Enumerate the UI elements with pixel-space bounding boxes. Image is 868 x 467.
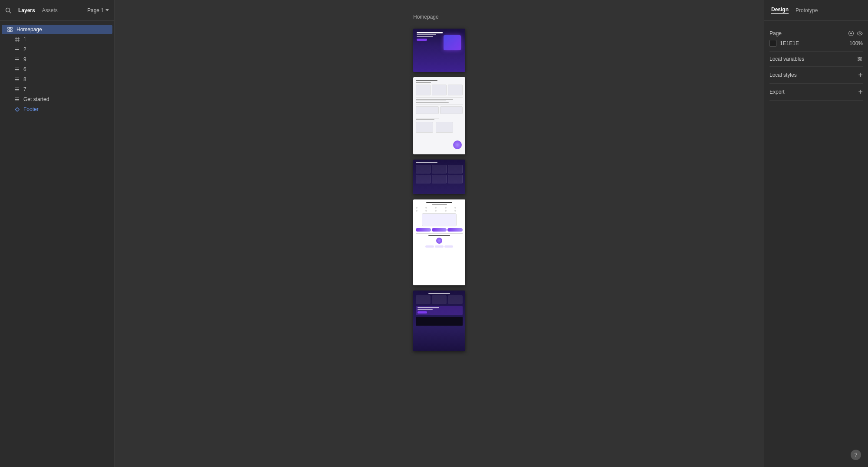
- hero-cta-btn: [417, 39, 427, 41]
- code-section-title: [426, 202, 452, 203]
- canvas-frame-3[interactable]: [413, 160, 465, 194]
- hero-title-line: [417, 32, 443, 33]
- color-row: 1E1E1E 100%: [769, 40, 863, 47]
- color-swatch[interactable]: [769, 40, 776, 47]
- local-styles-row: Local styles +: [769, 67, 863, 84]
- testimonial-cards: [416, 295, 463, 304]
- divider-3: [416, 116, 463, 116]
- layer-item-1[interactable]: 1: [2, 35, 112, 44]
- text-line-1: [416, 99, 453, 100]
- mini-card-5: [440, 106, 463, 114]
- testimonial-card-1: [416, 295, 431, 304]
- layer-item-get-started[interactable]: Get started: [2, 95, 112, 104]
- text-line-4: [416, 118, 439, 119]
- frame-icon: [14, 36, 20, 42]
- bottom-card-2: [436, 122, 453, 133]
- page-section: Page: [769, 26, 863, 52]
- search-icon[interactable]: [5, 7, 11, 13]
- tab-design[interactable]: Design: [771, 7, 789, 14]
- layer-label-7: 7: [23, 86, 26, 92]
- dot-grid: [416, 207, 463, 212]
- canvas-frame-1[interactable]: [413, 29, 465, 72]
- section-icon-9: [14, 56, 20, 62]
- dot-4: [445, 207, 447, 209]
- divider-1: [416, 97, 463, 98]
- data-cell-4: [416, 175, 431, 183]
- export-add-icon[interactable]: +: [858, 88, 863, 96]
- svg-point-17: [860, 59, 861, 60]
- text-line-2: [416, 101, 446, 101]
- bottom-pill-2: [435, 245, 444, 248]
- canvas-frame-5[interactable]: [413, 291, 465, 351]
- svg-point-11: [850, 33, 852, 34]
- page-settings-icon[interactable]: [848, 30, 854, 36]
- layer-item-6[interactable]: 6: [2, 65, 112, 74]
- layer-item-2[interactable]: 2: [2, 45, 112, 54]
- canvas: Homepage: [115, 0, 764, 467]
- local-styles-action: +: [858, 71, 863, 79]
- component-icon: [14, 106, 20, 112]
- text-line-3: [416, 102, 449, 103]
- svg-line-1: [10, 11, 11, 13]
- svg-point-12: [859, 33, 861, 34]
- section-icon: [14, 46, 20, 52]
- page-selector-label: Page 1: [87, 7, 104, 13]
- tab-layers[interactable]: Layers: [18, 7, 35, 13]
- purple-pill-1: [416, 228, 431, 232]
- layer-list: Homepage 1 2 9: [0, 21, 114, 467]
- mini-card-2: [432, 85, 447, 95]
- data-cell-3: [448, 165, 463, 173]
- frame-container: Homepage: [413, 14, 465, 351]
- canvas-frame-4[interactable]: [413, 199, 465, 285]
- cards-row-2: [416, 106, 463, 114]
- layer-item-homepage[interactable]: Homepage: [2, 25, 112, 34]
- dot-1: [416, 207, 418, 209]
- local-variables-settings-icon[interactable]: [857, 56, 863, 62]
- cta-subtitle-line: [418, 309, 433, 310]
- local-variables-label: Local variables: [769, 56, 804, 62]
- page-visibility-icon[interactable]: [857, 31, 863, 36]
- layer-item-footer[interactable]: Footer: [2, 105, 112, 114]
- data-title-bar: [416, 162, 437, 163]
- avatar-circle: [436, 238, 442, 244]
- section-icon-7: [14, 86, 20, 92]
- layer-label-get-started: Get started: [23, 96, 49, 102]
- svg-rect-2: [8, 27, 10, 29]
- svg-point-16: [858, 57, 860, 59]
- group-icon: [7, 26, 13, 33]
- layer-item-8[interactable]: 8: [2, 75, 112, 84]
- testimonial-card-2: [432, 295, 447, 304]
- layer-item-7[interactable]: 7: [2, 85, 112, 94]
- purple-pill-3: [447, 228, 463, 232]
- section-title-2: [428, 235, 450, 236]
- tab-prototype[interactable]: Prototype: [796, 7, 818, 13]
- tab-assets[interactable]: Assets: [42, 7, 58, 13]
- purple-pill-2: [432, 228, 447, 232]
- svg-rect-5: [10, 30, 12, 32]
- section-icon-get-started: [14, 96, 20, 102]
- data-cell-6: [448, 175, 463, 183]
- opacity-value: 100%: [849, 40, 863, 46]
- help-button[interactable]: ?: [851, 450, 861, 460]
- mini-card-4: [416, 106, 439, 114]
- layer-label-9: 9: [23, 56, 26, 62]
- hero-glow-box: [444, 35, 461, 50]
- data-cell-2: [432, 165, 447, 173]
- dot-10: [454, 210, 456, 212]
- bottom-pill-1: [425, 245, 434, 248]
- right-panel-header: Design Prototype: [764, 0, 868, 21]
- section-divider: [416, 233, 463, 234]
- canvas-frame-2[interactable]: [413, 77, 465, 154]
- canvas-frame-label: Homepage: [413, 14, 439, 20]
- page-row: Page: [769, 30, 863, 36]
- layer-label-1: 1: [23, 36, 26, 42]
- cta-title-line: [418, 307, 439, 308]
- layer-label-2: 2: [23, 46, 26, 52]
- page-selector[interactable]: Page 1: [87, 7, 109, 13]
- dot-9: [445, 210, 447, 212]
- local-styles-add-icon[interactable]: +: [858, 71, 863, 79]
- page-label: Page: [769, 30, 782, 36]
- data-cell-5: [432, 175, 447, 183]
- layer-label-6: 6: [23, 66, 26, 72]
- layer-item-9[interactable]: 9: [2, 55, 112, 64]
